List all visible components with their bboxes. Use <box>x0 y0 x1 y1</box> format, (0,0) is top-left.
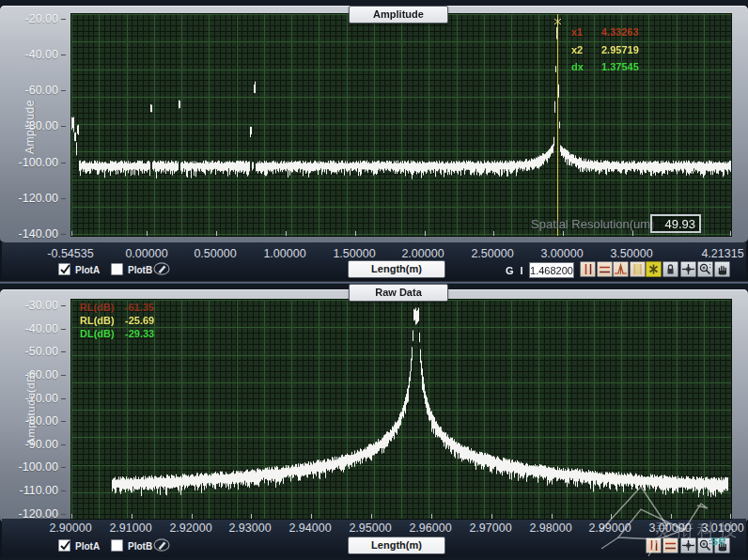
lock-icon <box>663 262 678 276</box>
x-tick-label: 2.99000 <box>588 521 631 535</box>
zoom-button-bottom[interactable] <box>697 537 713 553</box>
crosshair-icon <box>681 262 695 276</box>
pan-button[interactable] <box>714 261 730 277</box>
spatial-resolution-value: 49.93 <box>650 214 701 233</box>
pan-hand-icon <box>715 262 729 276</box>
y-tick-label: -100.00 <box>8 460 66 474</box>
checkmark-icon <box>59 539 71 552</box>
pencil-icon <box>153 262 171 276</box>
tab-amplitude[interactable]: Amplitude <box>349 6 448 23</box>
peak-marker-icon <box>614 262 628 276</box>
y-tick-label: -60.00 <box>8 368 66 381</box>
cursor-dx-value: 1.37545 <box>601 61 639 72</box>
group-index-label: G I <box>506 265 525 276</box>
x-tick-label: 3.01000 <box>701 521 743 535</box>
star-marker-icon <box>647 262 661 276</box>
rl1-label: RL(dB) <box>80 302 115 313</box>
y-tick-label: -110.00 <box>8 484 66 497</box>
vertical-cursors-button-bottom[interactable] <box>646 537 662 553</box>
vertical-cursors-icon <box>647 538 661 552</box>
crosshair-button-bottom[interactable] <box>680 537 696 553</box>
group-index-input[interactable] <box>529 262 574 278</box>
y-tick-label: -80.00 <box>8 414 66 428</box>
checkmark-icon <box>59 263 71 275</box>
x-tick-label: 2.91000 <box>109 521 151 535</box>
y-tick-label: -80.00 <box>8 119 66 132</box>
x-tick-label: 2.50000 <box>471 247 513 260</box>
x-tick-label: 3.00000 <box>540 247 583 260</box>
band-cursor-icon <box>631 262 645 276</box>
plota-label-bottom: PlotA <box>75 541 100 552</box>
horizontal-cursors-button[interactable] <box>597 261 613 277</box>
plota-label: PlotA <box>75 265 100 275</box>
plotb-checkbox[interactable] <box>111 263 123 275</box>
zoom-icon <box>698 262 712 276</box>
x-tick-label: 2.98000 <box>529 521 571 535</box>
y-tick-label: -20.00 <box>8 12 66 25</box>
dl-label: DL(dB) <box>80 328 115 339</box>
horizontal-cursors-icon <box>598 262 612 276</box>
zoom-icon <box>698 538 712 552</box>
x-tick-label: 2.94000 <box>288 521 331 535</box>
peak-marker-button[interactable] <box>613 261 629 277</box>
y-tick-label: -60.00 <box>8 84 66 97</box>
x-tick-label: 2.00000 <box>401 247 444 260</box>
vertical-cursors-icon <box>581 262 595 276</box>
pan-hand-icon <box>715 538 729 552</box>
cursor-x1-label: x1 <box>571 26 583 38</box>
rawdata-plot-canvas[interactable] <box>70 299 732 520</box>
horizontal-cursors-icon <box>663 538 678 552</box>
cursor-x1-value: 4.33263 <box>601 26 639 38</box>
band-cursor-button[interactable] <box>630 261 646 277</box>
y-tick-label: -40.00 <box>8 322 66 335</box>
y-tick-label: -120.00 <box>8 192 66 205</box>
cursor-x2-value: 2.95719 <box>601 44 639 55</box>
pencil-icon <box>153 538 171 552</box>
plotb-label-bottom: PlotB <box>128 541 152 552</box>
tab-length-top[interactable]: Length(m) <box>348 260 445 278</box>
y-tick-label: -120.00 <box>8 507 66 521</box>
x-tick-label: 0.50000 <box>194 247 236 260</box>
y-tick-label: -70.00 <box>8 392 66 405</box>
x-tick-label: 3.00000 <box>648 521 691 535</box>
x-tick-label: 0.00000 <box>125 247 167 260</box>
horizontal-cursors-button-bottom[interactable] <box>662 537 678 553</box>
y-tick-label: -90.00 <box>8 438 66 451</box>
dl-value: -29.33 <box>125 328 154 339</box>
x-tick-label: 2.92000 <box>169 521 211 535</box>
zoom-button[interactable] <box>697 261 713 277</box>
plotb-label: PlotB <box>128 265 152 275</box>
plotb-checkbox-bottom[interactable] <box>111 539 123 552</box>
y-tick-label: -100.00 <box>8 156 66 169</box>
y-tick-label: -50.00 <box>8 345 66 358</box>
spatial-resolution-label: Spatial Resolution(um) <box>531 217 655 231</box>
edit-plots-button[interactable] <box>153 262 171 276</box>
cursor-x2-label: x2 <box>571 44 583 55</box>
x-tick-label: 2.93000 <box>228 521 271 535</box>
x-tick-label: 2.97000 <box>469 521 511 535</box>
edit-plots-button-bottom[interactable] <box>153 538 171 552</box>
x-tick-label: 1.50000 <box>333 247 375 260</box>
tab-raw-data[interactable]: Raw Data <box>349 284 448 302</box>
y-tick-label: -30.00 <box>8 299 66 312</box>
crosshair-icon <box>681 538 695 552</box>
x-tick-label: 2.95000 <box>349 521 391 535</box>
rl1-value: -61.35 <box>125 302 154 313</box>
x-tick-label: 1.00000 <box>263 247 305 260</box>
cursor-dx-label: dx <box>571 61 584 72</box>
rl2-value: -25.69 <box>125 315 154 326</box>
plota-checkbox-bottom[interactable] <box>58 539 70 552</box>
lock-button[interactable] <box>662 261 678 277</box>
x-tick-label: 2.96000 <box>409 521 451 535</box>
rl2-label: RL(dB) <box>80 315 115 326</box>
app-window: Amplitude -20.00 -40.00 -60.00 -80.00 -1… <box>0 0 748 560</box>
crosshair-button[interactable] <box>680 261 696 277</box>
x-tick-label: 2.90000 <box>49 521 91 535</box>
pan-button-bottom[interactable] <box>714 537 730 553</box>
x-tick-label: -0.54535 <box>47 247 93 260</box>
star-marker-button[interactable] <box>646 261 662 277</box>
x-tick-label: 4.21315 <box>701 247 743 260</box>
vertical-cursors-button[interactable] <box>580 261 596 277</box>
tab-length-bottom[interactable]: Length(m) <box>348 537 445 554</box>
plota-checkbox[interactable] <box>58 263 70 275</box>
